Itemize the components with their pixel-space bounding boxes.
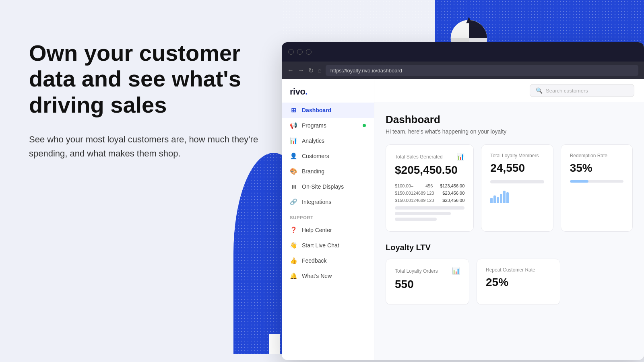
search-icon: 🔍 [536, 87, 543, 94]
logo-text: rivo [290, 86, 305, 97]
total-loyalty-members-card: Total Loyalty Members 24,550 [481, 144, 553, 232]
reload-button[interactable]: ↻ [308, 67, 314, 74]
programs-dot [363, 124, 366, 127]
forward-button[interactable]: → [298, 67, 304, 74]
customers-label: Customers [302, 153, 329, 159]
table-row: $150.00 124689 123 $23,456.00 [395, 189, 464, 197]
whats-new-label: What's New [302, 273, 332, 279]
integrations-label: Integrations [302, 199, 331, 205]
total-sales-card: Total Sales Generated 📊 $205,450.50 $100… [386, 144, 474, 232]
home-button[interactable]: ⌂ [318, 67, 322, 74]
branding-label: Branding [302, 168, 324, 175]
browser-toolbar: ← → ↻ ⌂ https://loyalty.rivo.io/dashboar… [282, 62, 644, 79]
sidebar-item-onsite-displays[interactable]: 🖥 On-Site Displays [282, 179, 374, 194]
cards-row-1: Total Sales Generated 📊 $205,450.50 $100… [386, 144, 633, 232]
skeleton-row [395, 206, 464, 210]
help-label: Help Center [302, 227, 332, 233]
sidebar-item-feedback[interactable]: 👍 Feedback [282, 253, 374, 268]
feedback-icon: 👍 [290, 257, 297, 264]
redemption-fill [570, 180, 589, 183]
cell: 124689 [411, 198, 427, 203]
chat-label: Start Live Chat [302, 242, 339, 249]
branding-icon: 🎨 [290, 168, 297, 175]
total-sales-chart-icon: 📊 [456, 153, 464, 160]
sidebar-item-analytics[interactable]: 📊 Analytics [282, 133, 374, 148]
loyalty-members-value: 24,550 [490, 162, 544, 175]
browser-chrome [282, 42, 644, 62]
cell: – [411, 183, 425, 188]
sparkline-bar [497, 197, 499, 203]
analytics-label: Analytics [302, 138, 324, 144]
sidebar-item-customers[interactable]: 👤 Customers [282, 148, 374, 164]
cell: $123,456.00 [440, 183, 464, 188]
empty-card-placeholder [568, 259, 633, 305]
help-icon: ❓ [290, 226, 297, 234]
url-bar[interactable]: https://loyalty.rivo.io/dashboard [326, 65, 638, 76]
onsite-icon: 🖥 [290, 183, 297, 190]
repeat-rate-value: 25% [486, 276, 551, 289]
sidebar: rivo. ⊞ Dashboard 📢 Programs 📊 Analytics… [282, 79, 374, 360]
cell: $100.00 [395, 183, 411, 188]
onsite-label: On-Site Displays [302, 183, 344, 190]
repeat-rate-header: Repeat Customer Rate [486, 267, 551, 273]
cell: $23,456.00 [442, 191, 464, 195]
loyalty-orders-icon: 📊 [452, 267, 460, 275]
programs-icon: 📢 [290, 122, 297, 129]
integrations-icon: 🔗 [290, 198, 297, 206]
sidebar-item-branding[interactable]: 🎨 Branding [282, 164, 374, 179]
cards-row-2: Total Loyalty Orders 📊 550 Repeat Custom… [386, 259, 633, 305]
redemption-header: Redemption Rate [570, 153, 623, 158]
redemption-value: 35% [570, 162, 623, 175]
table-row: $100.00 – 456 $123,456.00 [395, 182, 464, 189]
main-content: 🔍 Search customers Dashboard Hi team, he… [374, 79, 644, 360]
browser-dot-red [288, 49, 294, 55]
loyalty-orders-header: Total Loyalty Orders 📊 [395, 267, 460, 275]
app-layout: rivo. ⊞ Dashboard 📢 Programs 📊 Analytics… [282, 79, 644, 360]
sparkline-bar [503, 191, 506, 203]
table-row: $150.00 124689 123 $23,456.00 [395, 197, 464, 204]
sidebar-item-dashboard[interactable]: ⊞ Dashboard [282, 103, 374, 118]
browser-window: ← → ↻ ⌂ https://loyalty.rivo.io/dashboar… [282, 42, 644, 360]
back-button[interactable]: ← [287, 67, 294, 74]
redemption-label: Redemption Rate [570, 153, 607, 158]
total-loyalty-orders-card: Total Loyalty Orders 📊 550 [386, 259, 469, 305]
cell: $150.00 [395, 198, 411, 203]
hero-section: Own your customer data and see what's dr… [29, 40, 262, 161]
cell: $23,456.00 [442, 198, 464, 203]
sidebar-item-help-center[interactable]: ❓ Help Center [282, 222, 374, 238]
loyalty-orders-label: Total Loyalty Orders [395, 268, 438, 274]
search-box[interactable]: 🔍 Search customers [530, 84, 634, 97]
sidebar-item-programs[interactable]: 📢 Programs [282, 118, 374, 133]
hero-subtitle: See who your most loyal customers are, h… [29, 132, 262, 160]
dashboard-label: Dashboard [302, 107, 331, 113]
sidebar-item-integrations[interactable]: 🔗 Integrations [282, 194, 374, 210]
analytics-icon: 📊 [290, 137, 297, 144]
repeat-rate-label: Repeat Customer Rate [486, 267, 535, 273]
dashboard-subtitle: Hi team, here's what's happening on your… [386, 128, 633, 135]
skeleton-row [395, 218, 437, 221]
url-text: https://loyalty.rivo.io/dashboard [330, 68, 402, 74]
ltv-section-title: Loyalty LTV [386, 243, 633, 252]
sparkline [490, 187, 544, 203]
cell: 124689 [411, 191, 427, 195]
sparkline-bar [500, 194, 502, 203]
sidebar-item-live-chat[interactable]: 👋 Start Live Chat [282, 238, 374, 253]
sidebar-logo: rivo. [282, 79, 374, 103]
redemption-rate-card: Redemption Rate 35% [561, 144, 633, 232]
dashboard-title: Dashboard [386, 113, 633, 126]
sparkline-bar [490, 198, 493, 203]
total-sales-mini-table: $100.00 – 456 $123,456.00 $150.00 124689… [395, 182, 464, 221]
bell-icon: 🔔 [290, 272, 297, 280]
sidebar-item-whats-new[interactable]: 🔔 What's New [282, 268, 374, 284]
hero-title: Own your customer data and see what's dr… [29, 40, 262, 118]
dashboard-icon: ⊞ [290, 107, 297, 114]
support-section-label: SUPPORT [282, 210, 374, 222]
total-sales-value: $205,450.50 [395, 164, 464, 177]
loyalty-orders-value: 550 [395, 278, 460, 291]
programs-label: Programs [302, 122, 326, 129]
sparkline-bar [506, 192, 509, 203]
customers-icon: 👤 [290, 152, 297, 160]
total-sales-header: Total Sales Generated 📊 [395, 153, 464, 160]
skeleton-row [395, 212, 451, 215]
dashboard-body: Dashboard Hi team, here's what's happeni… [374, 102, 644, 327]
